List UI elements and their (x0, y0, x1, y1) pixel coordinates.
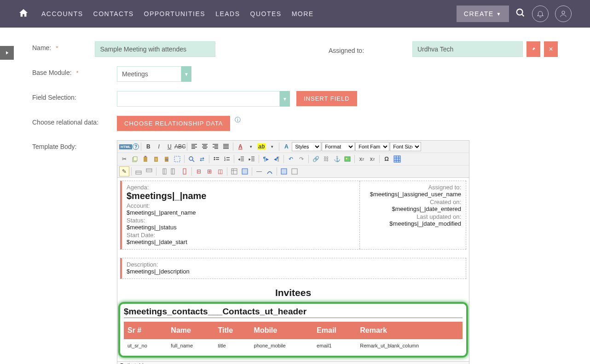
indent-icon[interactable] (247, 154, 257, 164)
font-family-select[interactable]: Font Family (355, 142, 389, 151)
svg-rect-26 (231, 169, 237, 174)
editor-content-area[interactable]: Agenda: $meetings|_|name Account: $meeti… (117, 178, 469, 362)
choose-relationship-button[interactable]: CHOOSE RELATIONSHIP DATA (117, 116, 230, 131)
nav-quotes[interactable]: QUOTES (250, 10, 282, 17)
bold-icon[interactable]: B (143, 142, 153, 152)
align-center-icon[interactable] (200, 142, 210, 152)
status-value: $meetings|_|status (127, 224, 355, 231)
help-icon[interactable]: ? (133, 143, 139, 150)
created-label: Created on: (364, 199, 461, 205)
col-after-icon[interactable] (169, 166, 179, 176)
chevron-down-icon[interactable]: ▼ (280, 91, 290, 107)
bullet-list-icon[interactable] (211, 154, 221, 164)
row-after-icon[interactable] (144, 166, 154, 176)
field-selection-select[interactable]: ▼ (117, 91, 290, 107)
cut-icon[interactable]: ✂ (119, 154, 129, 164)
invitees-heading: Invitees (120, 287, 466, 298)
superscript-icon[interactable]: x2 (367, 154, 377, 164)
editor-toolbar: HTML ? B I U ABC A ▼ ab ▼ (117, 140, 469, 178)
delete-col-icon[interactable] (179, 166, 190, 176)
agenda-label: Agenda: (127, 184, 355, 191)
copy-icon[interactable] (130, 154, 140, 164)
anchor-icon[interactable]: ⚓ (332, 154, 342, 164)
assigned-clear-button[interactable]: ✕ (544, 41, 558, 57)
replace-icon[interactable]: ⇄ (197, 154, 207, 164)
editor-path: Path: table (117, 362, 469, 364)
styles-select[interactable]: Styles (292, 142, 321, 151)
rtl-icon[interactable]: ◂¶ (272, 154, 282, 164)
outdent-icon[interactable] (236, 154, 246, 164)
align-right-icon[interactable] (210, 142, 220, 152)
th-sr: Sr # (124, 322, 167, 339)
align-left-icon[interactable] (189, 142, 199, 152)
nav-links: ACCOUNTS CONTACTS OPPORTUNITIES LEADS QU… (41, 10, 314, 17)
account-label: Account: (127, 202, 355, 209)
notifications-icon[interactable] (532, 6, 549, 22)
meeting-info-box: Agenda: $meetings|_|name Account: $meeti… (120, 181, 466, 250)
select-all-icon[interactable] (172, 154, 182, 164)
table-icon[interactable] (392, 154, 402, 164)
svg-rect-29 (292, 169, 297, 174)
create-button[interactable]: CREATE ▼ (457, 6, 509, 22)
redo-icon[interactable]: ↷ (296, 154, 307, 164)
image-icon[interactable] (342, 154, 353, 164)
assigned-input[interactable] (412, 41, 523, 57)
number-list-icon[interactable]: 12 (222, 154, 232, 164)
paste-word-icon[interactable]: W (162, 154, 172, 164)
html-source-button[interactable]: HTML (119, 144, 132, 149)
ltr-icon[interactable]: ¶▸ (261, 154, 271, 164)
insert-field-button[interactable]: INSERT FIELD (296, 91, 357, 106)
assigned-to-label: Assigned to: (364, 184, 461, 191)
find-icon[interactable] (186, 154, 197, 164)
paste-text-icon[interactable]: T (151, 154, 161, 164)
col-before-icon[interactable] (158, 166, 168, 176)
link-icon[interactable]: 🔗 (311, 154, 321, 164)
chevron-down-icon[interactable]: ▼ (181, 66, 191, 82)
align-justify-icon[interactable] (221, 142, 231, 152)
undo-icon[interactable]: ↶ (286, 154, 296, 164)
svg-point-15 (214, 159, 215, 160)
fullscreen-icon[interactable] (279, 166, 289, 176)
base-module-select[interactable]: Meetings ▼ (117, 66, 191, 82)
strikethrough-icon[interactable]: ABC (175, 142, 185, 152)
nav-accounts[interactable]: ACCOUNTS (41, 10, 83, 17)
unlink-icon[interactable]: ⛓ (321, 154, 331, 164)
merge-cell-icon[interactable]: ⊞ (204, 166, 214, 176)
base-module-value: Meetings (117, 66, 181, 82)
special-char-icon[interactable]: Ω (382, 154, 392, 164)
code-icon[interactable] (289, 166, 300, 176)
nav-opportunities[interactable]: OPPORTUNITIES (144, 10, 206, 17)
remove-format-icon[interactable] (265, 166, 275, 176)
italic-icon[interactable]: I (154, 142, 164, 152)
name-input[interactable] (95, 41, 215, 57)
table-props-icon[interactable] (229, 166, 239, 176)
font-icon[interactable]: A (281, 142, 291, 152)
svg-rect-6 (145, 156, 146, 157)
subscript-icon[interactable]: x2 (357, 154, 367, 164)
cell-props-icon[interactable] (240, 166, 250, 176)
nav-more[interactable]: MORE (292, 10, 314, 17)
info-icon[interactable]: ⓘ (235, 116, 241, 124)
nav-contacts[interactable]: CONTACTS (93, 10, 134, 17)
font-size-select[interactable]: Font Size (390, 142, 421, 151)
assigned-pin-button[interactable] (526, 41, 540, 57)
caret-icon[interactable]: ▼ (246, 142, 256, 152)
text-color-icon[interactable]: A (235, 142, 245, 152)
home-icon[interactable] (18, 8, 29, 20)
svg-text:W: W (165, 158, 168, 161)
nav-leads[interactable]: LEADS (215, 10, 240, 17)
row-before-icon[interactable] (133, 166, 144, 176)
hr-icon[interactable]: — (254, 166, 264, 176)
paste-icon[interactable] (140, 154, 150, 164)
split-cell-icon[interactable]: ⊟ (194, 166, 204, 176)
format-select[interactable]: Format (322, 142, 355, 151)
underline-icon[interactable]: U (164, 142, 174, 152)
edit-cell-icon[interactable]: ✎ (119, 166, 129, 176)
highlight-color-icon[interactable]: ab (256, 142, 266, 152)
form-container: Name:* Assigned to: ✕ Base Module:* Meet… (18, 28, 572, 364)
profile-icon[interactable] (555, 6, 572, 22)
side-tab-expand[interactable] (0, 46, 14, 60)
search-icon[interactable] (515, 8, 526, 20)
split-v-icon[interactable]: ◫ (215, 166, 225, 176)
caret-icon[interactable]: ▼ (267, 142, 277, 152)
